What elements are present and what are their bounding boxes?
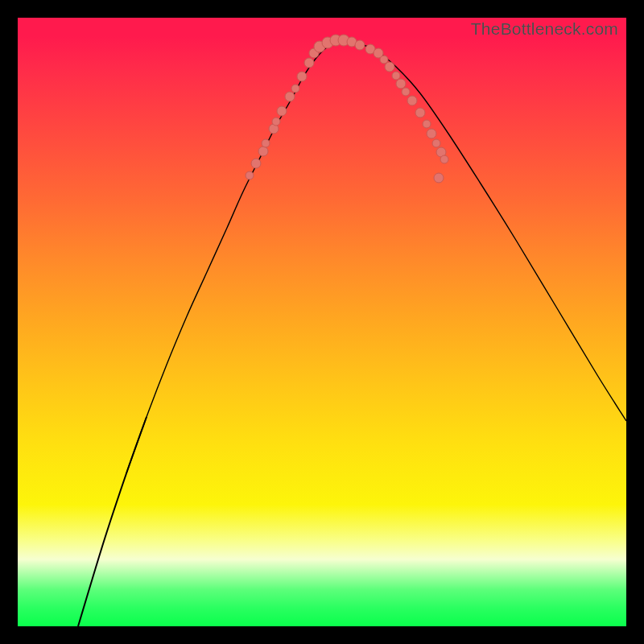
data-point bbox=[432, 139, 440, 147]
data-point bbox=[304, 58, 314, 68]
data-point bbox=[402, 88, 410, 96]
data-point bbox=[262, 139, 270, 147]
data-point bbox=[272, 118, 280, 126]
curve-right bbox=[126, 41, 626, 473]
data-point bbox=[285, 92, 295, 101]
data-point bbox=[434, 173, 444, 183]
data-markers bbox=[246, 35, 448, 183]
data-point bbox=[423, 120, 431, 128]
plot-area: TheBottleneck.com bbox=[18, 18, 626, 626]
data-point bbox=[415, 108, 425, 118]
data-point bbox=[427, 129, 436, 138]
data-point bbox=[396, 79, 406, 89]
data-point bbox=[440, 155, 448, 163]
curve-left bbox=[78, 417, 147, 626]
data-point bbox=[407, 96, 417, 105]
data-point bbox=[385, 62, 394, 72]
data-point bbox=[355, 40, 365, 50]
data-point bbox=[277, 106, 287, 116]
data-point bbox=[251, 159, 261, 168]
data-point bbox=[246, 171, 254, 180]
chart-svg bbox=[18, 18, 626, 626]
data-point bbox=[258, 147, 268, 156]
data-point bbox=[291, 85, 299, 93]
data-point bbox=[392, 72, 400, 80]
data-point bbox=[380, 56, 388, 64]
data-point bbox=[297, 72, 307, 81]
